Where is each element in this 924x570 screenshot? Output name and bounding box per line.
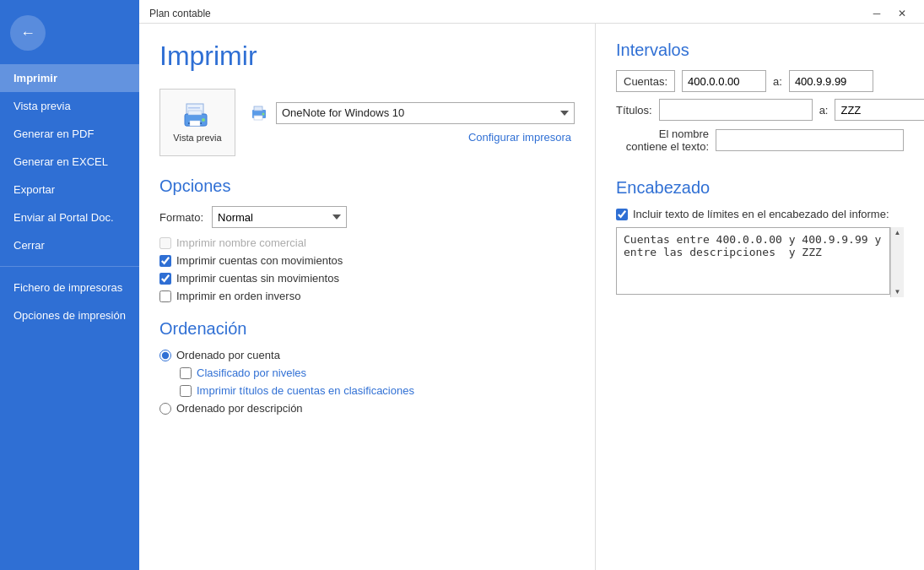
printer-section: Vista previa OneNot (159, 89, 575, 156)
sub-checkbox-clasificado-niveles-input[interactable] (180, 367, 192, 379)
close-button[interactable]: ✕ (890, 4, 914, 23)
sidebar-item-vista-previa[interactable]: Vista previa (0, 92, 139, 120)
titulos-a-label: a: (819, 104, 829, 117)
right-panel: Intervalos Cuentas: a: Títulos: a: (595, 24, 924, 570)
nombre-label: El nombrecontiene el texto: (616, 128, 709, 153)
intervalos-nombre-row: El nombrecontiene el texto: (616, 128, 904, 153)
configure-printer-link[interactable]: Configurar impresora (249, 131, 575, 144)
page-title: Imprimir (159, 41, 575, 72)
sidebar-item-generar-pdf[interactable]: Generar en PDF (0, 120, 139, 148)
checkbox-nombre-comercial: Imprimir nombre comercial (159, 236, 575, 249)
sub-checkbox-imprimir-titulos-label: Imprimir títulos de cuentas en clasifica… (197, 384, 414, 397)
radio-por-descripcion: Ordenado por descripción (159, 402, 575, 415)
cuentas-to-input[interactable] (789, 70, 873, 92)
content-area: Imprimir (139, 24, 924, 570)
sidebar-item-cerrar[interactable]: Cerrar (0, 231, 139, 259)
svg-point-12 (262, 112, 265, 115)
checkbox-orden-inverso-label: Imprimir en orden inverso (176, 290, 300, 302)
window-title: Plan contable (149, 8, 211, 19)
format-row: Formato: Normal Detallado Resumen (159, 206, 575, 228)
svg-rect-11 (254, 116, 262, 120)
sub-checkbox-imprimir-titulos-input[interactable] (180, 385, 192, 397)
intervalos-cuentas-row: Cuentas: a: (616, 70, 904, 92)
checkbox-nombre-comercial-label: Imprimir nombre comercial (176, 236, 306, 249)
back-button[interactable]: ← (10, 15, 46, 51)
vista-previa-button[interactable]: Vista previa (159, 89, 235, 156)
svg-rect-1 (188, 107, 200, 109)
sidebar-item-imprimir[interactable]: Imprimir (0, 64, 139, 92)
main-area: Plan contable ─ ✕ Imprimir (139, 0, 924, 570)
printer-dropdown-row: OneNote for Windows 10 Microsoft Print t… (249, 102, 575, 124)
cuentas-a-label: a: (773, 75, 782, 88)
printer-dropdown[interactable]: OneNote for Windows 10 Microsoft Print t… (276, 102, 575, 124)
encabezado-title: Encabezado (616, 178, 904, 198)
encabezado-checkbox-input[interactable] (616, 209, 628, 220)
sidebar-item-fichero-impresoras[interactable]: Fichero de impresoras (0, 274, 139, 301)
intervalos-grid: Cuentas: a: Títulos: a: El nombrec (616, 70, 904, 153)
sub-checkbox-clasificado-niveles: Clasificado por niveles (159, 366, 575, 379)
ordenacion-section: Ordenación Ordenado por cuenta Clasifica… (159, 319, 575, 415)
printer-icon-small (249, 103, 269, 123)
checkbox-con-movimientos-input[interactable] (159, 255, 171, 267)
titulos-to-input[interactable] (835, 99, 924, 121)
encabezado-section: Encabezado Incluir texto de límites en e… (616, 178, 904, 297)
formato-select[interactable]: Normal Detallado Resumen (212, 206, 347, 228)
opciones-title: Opciones (159, 176, 575, 196)
sidebar-item-generar-excel[interactable]: Generar en EXCEL (0, 148, 139, 176)
printer-select-area: OneNote for Windows 10 Microsoft Print t… (249, 102, 575, 144)
svg-rect-5 (188, 111, 202, 115)
svg-rect-10 (254, 106, 262, 111)
scroll-up-arrow[interactable]: ▲ (894, 229, 901, 236)
scroll-down-arrow[interactable]: ▼ (894, 288, 901, 296)
radio-por-descripcion-label: Ordenado por descripción (176, 402, 303, 415)
intervalos-titulos-row: Títulos: a: (616, 99, 904, 121)
formato-label: Formato: (159, 211, 203, 224)
titulos-from-input[interactable] (659, 99, 813, 121)
checkbox-con-movimientos: Imprimir cuentas con movimientos (159, 254, 575, 267)
title-bar: Plan contable ─ ✕ (139, 0, 924, 24)
checkbox-sin-movimientos-input[interactable] (159, 273, 171, 285)
window-controls: ─ ✕ (865, 4, 914, 23)
opciones-section: Opciones Formato: Normal Detallado Resum… (159, 176, 575, 302)
checkbox-orden-inverso-input[interactable] (159, 290, 171, 302)
encabezado-checkbox-label: Incluir texto de límites en el encabezad… (633, 208, 889, 220)
checkbox-nombre-comercial-input[interactable] (159, 237, 171, 249)
intervalos-section: Intervalos Cuentas: a: Títulos: a: (616, 41, 904, 153)
sub-checkbox-clasificado-niveles-label: Clasificado por niveles (197, 366, 306, 379)
sidebar-item-exportar[interactable]: Exportar (0, 176, 139, 204)
ordenacion-title: Ordenación (159, 319, 575, 339)
cuentas-from-input[interactable] (682, 70, 766, 92)
radio-por-cuenta-label: Ordenado por cuenta (176, 349, 280, 361)
radio-por-cuenta: Ordenado por cuenta (159, 349, 575, 361)
svg-point-8 (202, 118, 205, 122)
radio-por-descripcion-input[interactable] (159, 403, 171, 415)
titulos-label: Títulos: (616, 104, 652, 117)
radio-por-cuenta-input[interactable] (159, 350, 171, 361)
sidebar-item-enviar-portal[interactable]: Enviar al Portal Doc. (0, 204, 139, 231)
encabezado-checkbox-row: Incluir texto de límites en el encabezad… (616, 208, 904, 220)
minimize-button[interactable]: ─ (865, 4, 889, 23)
checkbox-con-movimientos-label: Imprimir cuentas con movimientos (176, 254, 343, 267)
checkbox-orden-inverso: Imprimir en orden inverso (159, 290, 575, 302)
scrollbar[interactable]: ▲ ▼ (890, 227, 904, 297)
vista-previa-label: Vista previa (173, 133, 221, 143)
checkbox-sin-movimientos: Imprimir cuentas sin movimientos (159, 272, 575, 285)
sidebar: ← Imprimir Vista previa Generar en PDF G… (0, 0, 139, 570)
nombre-input[interactable] (716, 129, 904, 151)
sidebar-divider (0, 266, 139, 267)
encabezado-textarea-wrapper: ▲ ▼ (616, 227, 904, 297)
printer-icon (181, 102, 213, 129)
svg-rect-7 (190, 121, 200, 126)
left-panel: Imprimir (139, 24, 595, 570)
intervalos-title: Intervalos (616, 41, 904, 60)
encabezado-textarea[interactable] (616, 227, 890, 295)
checkbox-sin-movimientos-label: Imprimir cuentas sin movimientos (176, 272, 339, 285)
cuentas-label: Cuentas: (616, 70, 675, 92)
sub-checkbox-imprimir-titulos: Imprimir títulos de cuentas en clasifica… (159, 384, 575, 397)
sidebar-item-opciones-impresion[interactable]: Opciones de impresión (0, 301, 139, 329)
